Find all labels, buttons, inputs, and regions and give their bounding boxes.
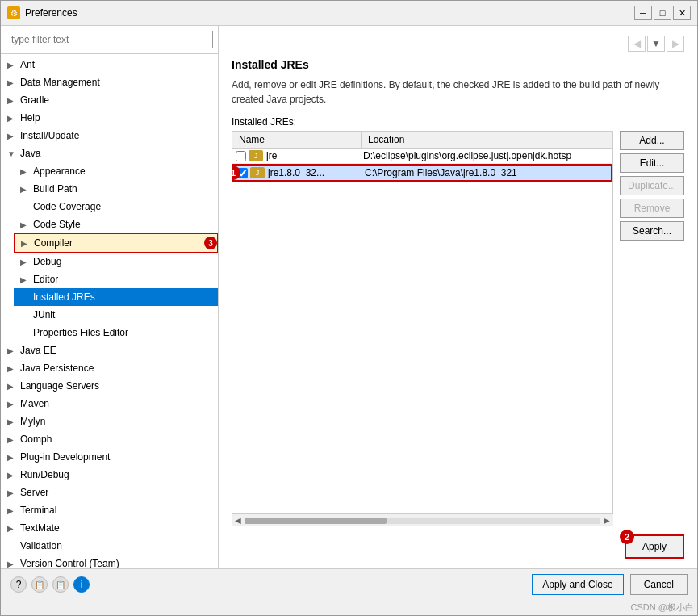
sidebar-item-installed-jres[interactable]: ▶ Installed JREs — [14, 288, 218, 306]
filter-box — [1, 26, 218, 54]
import-icon[interactable]: 📋 — [31, 576, 48, 593]
add-button[interactable]: Add... — [620, 131, 684, 150]
apply-button[interactable]: Apply 2 — [625, 534, 684, 559]
chevron-right-icon: ▶ — [7, 487, 17, 499]
jre-table-area: Name Location J jre D:\eclips — [232, 131, 684, 526]
scroll-right-icon[interactable]: ▶ — [604, 516, 610, 525]
sidebar-item-build-path[interactable]: ▶ Build Path — [14, 180, 218, 198]
sidebar-item-install-update[interactable]: ▶ Install/Update — [1, 127, 218, 145]
bottom-bar: ? 📋 📋 i Apply and Close Cancel — [1, 568, 697, 600]
help-icon[interactable]: ? — [10, 576, 27, 593]
sidebar-item-mylyn[interactable]: ▶ Mylyn — [1, 413, 218, 430]
sidebar-item-maven[interactable]: ▶ Maven — [1, 395, 218, 413]
edit-button[interactable]: Edit... — [620, 153, 684, 173]
chevron-right-icon: ▶ — [7, 112, 17, 124]
chevron-down-icon: ▼ — [7, 148, 17, 160]
sidebar-item-appearance[interactable]: ▶ Appearance — [14, 162, 218, 180]
chevron-right-icon: ▶ — [20, 183, 30, 195]
preferences-dialog: ⚙ Preferences ─ □ ✕ ▶ Ant ▶ — [0, 0, 698, 616]
remove-button[interactable]: Remove — [620, 199, 684, 218]
sidebar-item-data-management[interactable]: ▶ Data Management — [1, 73, 218, 91]
chevron-right-icon: ▶ — [20, 256, 30, 268]
maximize-button[interactable]: □ — [654, 6, 671, 20]
sidebar-item-java[interactable]: ▼ Java — [1, 145, 218, 162]
filter-input[interactable] — [6, 31, 213, 48]
sidebar-item-language-servers[interactable]: ▶ Language Servers — [1, 377, 218, 395]
scroll-track[interactable] — [245, 518, 600, 524]
chevron-right-icon: ▶ — [20, 166, 30, 178]
jre-table-body: J jre D:\eclipse\plugins\org.eclipse.jus… — [232, 149, 612, 513]
jre-check-1[interactable] — [236, 151, 246, 161]
close-button[interactable]: ✕ — [673, 6, 691, 20]
sidebar-item-run-debug[interactable]: ▶ Run/Debug — [1, 466, 218, 484]
sidebar-item-junit[interactable]: ▶ JUnit — [14, 306, 218, 324]
sidebar-item-compiler[interactable]: ▶ Compiler 3 — [14, 233, 218, 253]
jre-row[interactable]: J jre D:\eclipse\plugins\org.eclipse.jus… — [232, 149, 612, 164]
apply-and-close-button[interactable]: Apply and Close — [532, 574, 623, 595]
jre-checkbox[interactable] — [232, 151, 249, 161]
col-header-location: Location — [362, 132, 612, 148]
jre-location-2: C:\Program Files\Java\jre1.8.0_321 — [365, 167, 611, 178]
chevron-right-icon: ▶ — [7, 451, 17, 463]
sidebar-item-version-control[interactable]: ▶ Version Control (Team) — [1, 555, 218, 568]
minimize-button[interactable]: ─ — [634, 6, 652, 20]
nav-forward-button[interactable]: ▶ — [667, 36, 684, 52]
jre-table: Name Location J jre D:\eclips — [232, 131, 613, 513]
sidebar-item-validation[interactable]: ▶ Validation — [1, 537, 218, 555]
tree-container: ▶ Ant ▶ Data Management ▶ Gradle ▶ Help — [1, 54, 218, 568]
export-icon[interactable]: 📋 — [52, 576, 69, 593]
jre-name-2: jre1.8.0_32... — [268, 167, 365, 178]
jre-row[interactable]: 1 J jre1.8.0_32... C:\Program Files\Java… — [232, 164, 612, 182]
scroll-thumb[interactable] — [245, 518, 387, 524]
jre-action-buttons: Add... Edit... Duplicate... Remove Searc… — [620, 131, 684, 526]
java-children: ▶ Appearance ▶ Build Path ▶ Code Coverag… — [1, 162, 218, 342]
sidebar-item-properties-files-editor[interactable]: ▶ Properties Files Editor — [14, 324, 218, 342]
toolbar-nav: ◀ ▼ ▶ — [232, 36, 684, 52]
sidebar-item-code-style[interactable]: ▶ Code Style — [14, 216, 218, 233]
sidebar-item-debug[interactable]: ▶ Debug — [14, 253, 218, 270]
panel-description: Add, remove or edit JRE definitions. By … — [232, 78, 684, 107]
chevron-right-icon: ▶ — [7, 522, 17, 534]
sidebar-item-java-ee[interactable]: ▶ Java EE — [1, 342, 218, 359]
sidebar-item-server[interactable]: ▶ Server — [1, 484, 218, 501]
search-button[interactable]: Search... — [620, 221, 684, 241]
horizontal-scrollbar[interactable]: ◀ ▶ — [232, 513, 613, 526]
right-panel: ◀ ▼ ▶ Installed JREs Add, remove or edit… — [219, 26, 697, 568]
sidebar-item-editor[interactable]: ▶ Editor — [14, 270, 218, 288]
info-icon[interactable]: i — [73, 576, 90, 593]
chevron-right-icon: ▶ — [21, 237, 31, 249]
jre-icon: J — [249, 150, 263, 161]
duplicate-button[interactable]: Duplicate... — [620, 176, 684, 195]
panel-title: Installed JREs — [232, 58, 684, 71]
sidebar-item-ant[interactable]: ▶ Ant — [1, 56, 218, 73]
chevron-right-icon: ▶ — [7, 59, 17, 71]
jre-table-header: Name Location — [232, 132, 612, 149]
apply-area: Apply 2 — [232, 534, 684, 559]
bottom-left-icons: ? 📋 📋 i — [10, 576, 90, 593]
sidebar-item-help[interactable]: ▶ Help — [1, 109, 218, 127]
chevron-right-icon: ▶ — [7, 362, 17, 375]
chevron-right-icon: ▶ — [7, 558, 17, 569]
bottom-section: ? 📋 📋 i Apply and Close Cancel CSDN @极小白 — [1, 568, 697, 615]
nav-back-button[interactable]: ◀ — [628, 36, 646, 52]
chevron-right-icon: ▶ — [20, 219, 30, 231]
sidebar-item-plug-in-development[interactable]: ▶ Plug-in Development — [1, 448, 218, 466]
chevron-right-icon: ▶ — [7, 416, 17, 428]
scroll-left-icon[interactable]: ◀ — [235, 516, 241, 525]
apply-badge: 2 — [620, 530, 634, 544]
sidebar-item-textmate[interactable]: ▶ TextMate — [1, 519, 218, 537]
chevron-right-icon: ▶ — [7, 380, 17, 392]
chevron-right-icon: ▶ — [7, 434, 17, 446]
jre-name-1: jre — [266, 150, 363, 161]
chevron-right-icon: ▶ — [7, 77, 17, 89]
sidebar-item-gradle[interactable]: ▶ Gradle — [1, 91, 218, 109]
sidebar-item-terminal[interactable]: ▶ Terminal — [1, 501, 218, 519]
bottom-right-buttons: Apply and Close Cancel — [532, 574, 688, 595]
chevron-right-icon: ▶ — [7, 130, 17, 142]
cancel-button[interactable]: Cancel — [630, 574, 688, 595]
window-title: Preferences — [25, 7, 77, 19]
nav-dropdown-button[interactable]: ▼ — [647, 36, 665, 52]
sidebar-item-java-persistence[interactable]: ▶ Java Persistence — [1, 359, 218, 377]
sidebar-item-code-coverage[interactable]: ▶ Code Coverage — [14, 198, 218, 216]
sidebar-item-oomph[interactable]: ▶ Oomph — [1, 430, 218, 448]
